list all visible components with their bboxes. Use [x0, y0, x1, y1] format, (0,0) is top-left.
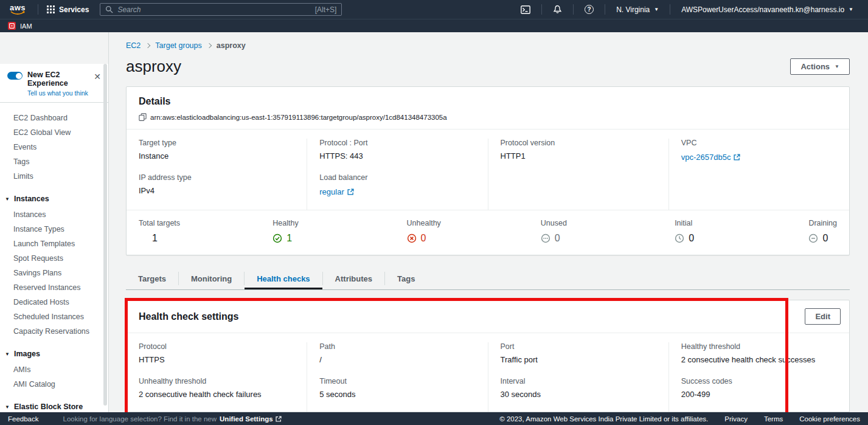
sidebar-section-instances[interactable]: ▼ Instances [0, 192, 108, 206]
search-shortcut: [Alt+S] [315, 5, 337, 14]
sidebar-item-amis[interactable]: AMIs [0, 362, 108, 377]
health-check-settings-title: Health check settings [139, 311, 239, 322]
hc-protocol-value: HTTPS [139, 355, 294, 364]
sidebar-item-limits[interactable]: Limits [0, 169, 108, 184]
actions-button[interactable]: Actions ▼ [790, 58, 850, 75]
sidebar-section-images[interactable]: ▼ Images [0, 347, 108, 361]
tab-tags[interactable]: Tags [385, 268, 427, 289]
tab-targets[interactable]: Targets [126, 268, 178, 289]
sidebar-item-ec2-dashboard[interactable]: EC2 Dashboard [0, 111, 108, 125]
aws-logo[interactable]: aws [7, 4, 28, 15]
copy-icon[interactable] [139, 113, 147, 121]
sidebar-item-reserved-instances[interactable]: Reserved Instances [0, 280, 108, 295]
new-experience-toggle[interactable] [7, 72, 23, 80]
sidebar-item-ami-catalog[interactable]: AMI Catalog [0, 377, 108, 392]
sidebar: New EC2 Experience Tell us what you thin… [0, 32, 109, 412]
terms-link[interactable]: Terms [764, 415, 783, 423]
divider [38, 4, 38, 15]
target-group-arn: arn:aws:elasticloadbalancing:us-east-1:3… [150, 114, 447, 121]
new-experience-feedback-link[interactable]: Tell us what you think [27, 89, 101, 97]
targets-summary: Total targets 1 Healthy 1 Unhealthy [127, 210, 849, 255]
privacy-link[interactable]: Privacy [724, 415, 748, 423]
field-label: Interval [501, 377, 656, 385]
favorites-bar: IAM [0, 19, 868, 32]
draining-value: 0 [808, 233, 837, 244]
notifications-bell-icon [553, 5, 562, 14]
tab-monitoring[interactable]: Monitoring [179, 268, 244, 289]
sidebar-item-dedicated-hosts[interactable]: Dedicated Hosts [0, 295, 108, 309]
sidebar-item-launch-templates[interactable]: Launch Templates [0, 237, 108, 251]
initial-clock-circle-icon [675, 233, 684, 243]
sidebar-scrollbar[interactable] [103, 64, 107, 406]
unused-ellipsis-circle-icon [541, 233, 550, 243]
field-label: Timeout [319, 377, 475, 385]
protocol-port-value: HTTPS: 443 [319, 151, 475, 161]
cookie-preferences-link[interactable]: Cookie preferences [799, 415, 860, 423]
sidebar-item-events[interactable]: Events [0, 140, 108, 154]
details-card: Details arn:aws:elasticloadbalancing:us-… [126, 86, 850, 255]
hc-interval-value: 30 seconds [501, 390, 656, 399]
divider [670, 4, 670, 15]
unified-settings-link[interactable]: Unified Settings [220, 415, 282, 423]
healthy-check-circle-icon [273, 233, 282, 243]
copyright: © 2023, Amazon Web Services India Privat… [499, 415, 708, 423]
field-label: VPC [681, 139, 837, 147]
divider [605, 4, 605, 15]
sidebar-item-capacity-reservations[interactable]: Capacity Reservations [0, 324, 108, 339]
breadcrumb-current: asproxy [217, 41, 246, 50]
sidebar-item-scheduled-instances[interactable]: Scheduled Instances [0, 309, 108, 324]
edit-button[interactable]: Edit [805, 308, 841, 325]
field-label: Success codes [681, 377, 837, 385]
services-label: Services [59, 5, 89, 14]
load-balancer-link[interactable]: regular [319, 187, 353, 196]
tab-bar: Targets Monitoring Health checks Attribu… [126, 268, 850, 290]
hc-healthy-threshold-value: 2 consecutive health check successes [681, 355, 837, 364]
external-link-icon [347, 188, 354, 195]
divider [541, 4, 542, 15]
field-label: Healthy threshold [681, 342, 837, 351]
close-icon[interactable]: ✕ [94, 72, 101, 81]
field-label: Protocol [139, 342, 294, 351]
sidebar-section-elastic-block-store[interactable]: ▼ Elastic Block Store [0, 399, 108, 412]
field-label: Port [501, 342, 656, 351]
sidebar-item-tags[interactable]: Tags [0, 154, 108, 169]
breadcrumb-ec2[interactable]: EC2 [126, 41, 141, 50]
cloudshell-button[interactable] [513, 5, 538, 14]
hc-path-value: / [319, 355, 475, 364]
field-label: Load balancer [319, 173, 475, 182]
iam-service-icon [8, 22, 16, 30]
help-button[interactable]: ? [577, 5, 601, 14]
region-selector[interactable]: N. Virginia ▼ [609, 5, 666, 14]
aws-logo-text: aws [10, 4, 26, 11]
account-menu[interactable]: AWSPowerUserAccess/navaneeth.kn@harness.… [674, 5, 861, 14]
feedback-link[interactable]: Feedback [8, 415, 39, 423]
search-input[interactable] [117, 5, 310, 14]
sidebar-item-instances[interactable]: Instances [0, 207, 108, 222]
unhealthy-label: Unhealthy [407, 219, 541, 227]
help-icon: ? [585, 5, 594, 14]
health-check-settings-card: Health check settings Edit Protocol HTTP… [126, 300, 850, 412]
vpc-link[interactable]: vpc-2657db5c [681, 153, 741, 162]
hc-port-value: Traffic port [501, 355, 656, 364]
total-targets-label: Total targets [139, 219, 273, 227]
field-label: Target type [139, 139, 294, 147]
sidebar-item-ec2-global-view[interactable]: EC2 Global View [0, 125, 108, 140]
target-type-value: Instance [139, 151, 294, 161]
sidebar-item-spot-requests[interactable]: Spot Requests [0, 251, 108, 266]
tab-health-checks[interactable]: Health checks [245, 268, 322, 289]
draining-minus-circle-icon [808, 233, 818, 243]
initial-label: Initial [675, 219, 808, 227]
services-menu-button[interactable]: Services [42, 5, 94, 14]
sidebar-item-savings-plans[interactable]: Savings Plans [0, 266, 108, 280]
caret-down-icon: ▼ [654, 7, 659, 12]
sidebar-item-instance-types[interactable]: Instance Types [0, 222, 108, 237]
iam-shortcut[interactable]: IAM [20, 22, 32, 30]
hc-timeout-value: 5 seconds [319, 390, 475, 399]
tab-attributes[interactable]: Attributes [323, 268, 384, 289]
breadcrumb-target-groups[interactable]: Target groups [155, 41, 201, 50]
field-label: Protocol : Port [319, 139, 475, 147]
global-search[interactable]: [Alt+S] [100, 3, 342, 16]
cloudshell-terminal-icon [521, 5, 530, 14]
notifications-button[interactable] [546, 5, 569, 14]
initial-value: 0 [675, 233, 808, 244]
